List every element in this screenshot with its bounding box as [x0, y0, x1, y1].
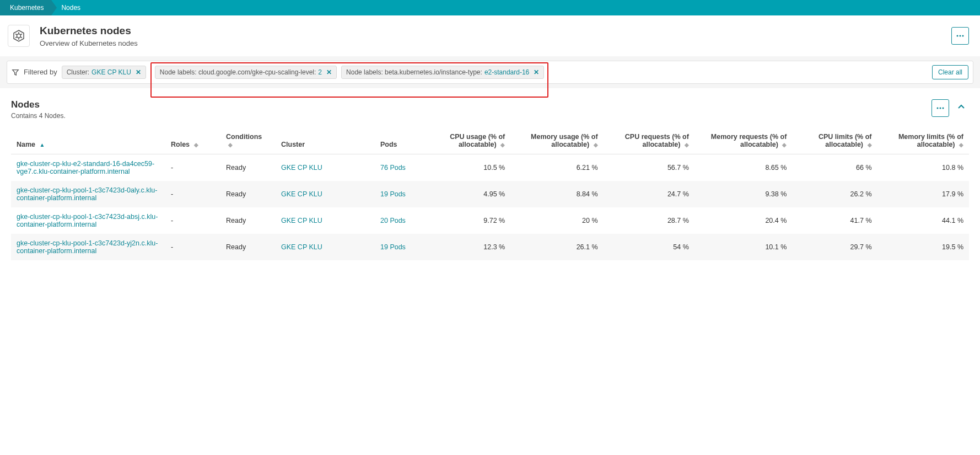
col-cpu-lim[interactable]: CPU limits (% of allocatable) ◆	[792, 129, 877, 154]
svg-point-11	[937, 107, 939, 109]
cell-mem-lim: 17.9 %	[877, 181, 969, 207]
sort-icon: ◆	[868, 142, 872, 148]
pods-link[interactable]: 19 Pods	[380, 243, 406, 251]
section-title: Nodes	[11, 99, 66, 110]
section-more-button[interactable]	[931, 99, 949, 117]
cell-cpu-lim: 41.7 %	[792, 207, 877, 234]
cell-mem-usage: 26.1 %	[510, 234, 603, 260]
svg-line-6	[15, 37, 17, 38]
col-roles[interactable]: Roles ◆	[165, 129, 220, 154]
sort-icon: ◆	[959, 142, 963, 148]
more-actions-button[interactable]	[951, 27, 969, 45]
svg-line-4	[20, 37, 22, 38]
page-titles: Kubernetes nodes Overview of Kubernetes …	[40, 24, 138, 47]
table-row: gke-cluster-cp-klu-e2-standard-16-da4cec…	[11, 154, 969, 181]
cell-conditions: Ready	[220, 234, 276, 260]
nodes-table: Name ▲ Roles ◆ Conditions ◆ Cluster Pods	[11, 129, 969, 260]
cell-roles: -	[165, 181, 220, 207]
col-mem-lim[interactable]: Memory limits (% of allocatable) ◆	[877, 129, 969, 154]
kubernetes-icon	[8, 25, 30, 47]
clear-all-button[interactable]: Clear all	[932, 65, 968, 79]
svg-point-1	[17, 34, 21, 38]
filter-bar: Filtered by Cluster: GKE CP KLU ✕ Node l…	[7, 61, 973, 84]
node-name-link[interactable]: gke-cluster-cp-klu-pool-1-c3c7423d-0aly.…	[17, 186, 160, 202]
chip-key: Node labels: beta.kubernetes.io/instance…	[346, 68, 482, 76]
sort-icon: ◆	[500, 142, 505, 148]
col-conditions[interactable]: Conditions ◆	[220, 129, 276, 154]
node-name-link[interactable]: gke-cluster-cp-klu-pool-1-c3c7423d-absj.…	[17, 213, 160, 228]
collapse-section-button[interactable]	[954, 99, 969, 116]
cell-cpu-req: 54 %	[604, 234, 694, 260]
cluster-link[interactable]: GKE CP KLU	[281, 164, 322, 172]
col-cpu-req[interactable]: CPU requests (% of allocatable) ◆	[604, 129, 694, 154]
cell-roles: -	[165, 154, 220, 181]
col-mem-usage[interactable]: Memory usage (% of allocatable) ◆	[510, 129, 603, 154]
filter-chip-cluster[interactable]: Cluster: GKE CP KLU ✕	[62, 66, 146, 79]
breadcrumb-item-nodes[interactable]: Nodes	[51, 0, 88, 15]
cell-cpu-usage: 4.95 %	[424, 181, 510, 207]
cell-conditions: Ready	[220, 181, 276, 207]
pods-link[interactable]: 20 Pods	[380, 217, 406, 224]
svg-point-9	[960, 35, 961, 36]
sort-icon: ◆	[228, 142, 233, 148]
table-row: gke-cluster-cp-klu-pool-1-c3c7423d-yj2n.…	[11, 234, 969, 260]
ellipsis-icon	[956, 31, 965, 40]
cell-mem-req: 20.4 %	[694, 207, 792, 234]
page-title: Kubernetes nodes	[40, 24, 138, 38]
cell-cpu-usage: 9.72 %	[424, 207, 510, 234]
filter-chip-node-label-scaling[interactable]: Node labels: cloud.google.com/gke-cpu-sc…	[155, 66, 337, 79]
table-row: gke-cluster-cp-klu-pool-1-c3c7423d-absj.…	[11, 207, 969, 234]
node-name-link[interactable]: gke-cluster-cp-klu-e2-standard-16-da4cec…	[17, 160, 160, 175]
main-content: Nodes Contains 4 Nodes. Name ▲	[0, 88, 980, 271]
sort-icon: ◆	[594, 142, 598, 148]
page-header: Kubernetes nodes Overview of Kubernetes …	[0, 15, 980, 56]
chip-remove-icon[interactable]: ✕	[326, 68, 332, 76]
table-row: gke-cluster-cp-klu-pool-1-c3c7423d-0aly.…	[11, 181, 969, 207]
cell-mem-lim: 44.1 %	[877, 207, 969, 234]
chevron-up-icon	[957, 103, 966, 111]
section-header: Nodes Contains 4 Nodes.	[11, 99, 969, 120]
cell-mem-req: 10.1 %	[694, 234, 792, 260]
filter-chip-node-label-instance-type[interactable]: Node labels: beta.kubernetes.io/instance…	[341, 66, 544, 79]
cell-mem-lim: 10.8 %	[877, 154, 969, 181]
section-actions	[931, 99, 969, 117]
col-mem-req[interactable]: Memory requests (% of allocatable) ◆	[694, 129, 792, 154]
chip-value: 2	[318, 68, 322, 76]
breadcrumb-label: Nodes	[61, 4, 80, 12]
node-name-link[interactable]: gke-cluster-cp-klu-pool-1-c3c7423d-yj2n.…	[17, 239, 160, 255]
cluster-link[interactable]: GKE CP KLU	[281, 190, 322, 198]
col-cluster[interactable]: Cluster	[276, 129, 375, 154]
cell-roles: -	[165, 207, 220, 234]
svg-point-10	[962, 35, 964, 36]
chip-key: Node labels: cloud.google.com/gke-cpu-sc…	[160, 68, 316, 76]
cell-cpu-lim: 29.7 %	[792, 234, 877, 260]
col-name[interactable]: Name ▲	[11, 129, 165, 154]
cell-conditions: Ready	[220, 207, 276, 234]
sort-icon: ◆	[685, 142, 689, 148]
pods-link[interactable]: 76 Pods	[380, 164, 406, 172]
chip-remove-icon[interactable]: ✕	[136, 68, 141, 76]
cell-mem-usage: 6.21 %	[510, 154, 603, 181]
cell-cpu-req: 24.7 %	[604, 181, 694, 207]
cell-cpu-req: 56.7 %	[604, 154, 694, 181]
pods-link[interactable]: 19 Pods	[380, 190, 406, 198]
cell-mem-usage: 20 %	[510, 207, 603, 234]
sort-asc-icon: ▲	[40, 142, 45, 148]
breadcrumb-label: Kubernetes	[10, 4, 44, 12]
cluster-link[interactable]: GKE CP KLU	[281, 243, 322, 251]
ellipsis-icon	[936, 104, 945, 113]
page-subtitle: Overview of Kubernetes nodes	[40, 39, 138, 47]
chip-value: GKE CP KLU	[91, 68, 131, 76]
cluster-link[interactable]: GKE CP KLU	[281, 217, 322, 224]
filter-label: Filtered by	[24, 68, 57, 76]
cell-mem-req: 8.65 %	[694, 154, 792, 181]
cell-cpu-lim: 66 %	[792, 154, 877, 181]
svg-line-3	[20, 34, 22, 35]
breadcrumb-item-kubernetes[interactable]: Kubernetes	[0, 0, 51, 15]
col-cpu-usage[interactable]: CPU usage (% of allocatable) ◆	[424, 129, 510, 154]
cell-cpu-lim: 26.2 %	[792, 181, 877, 207]
cell-cpu-req: 28.7 %	[604, 207, 694, 234]
col-pods[interactable]: Pods	[375, 129, 424, 154]
chip-remove-icon[interactable]: ✕	[534, 68, 539, 76]
chip-value: e2-standard-16	[484, 68, 529, 76]
